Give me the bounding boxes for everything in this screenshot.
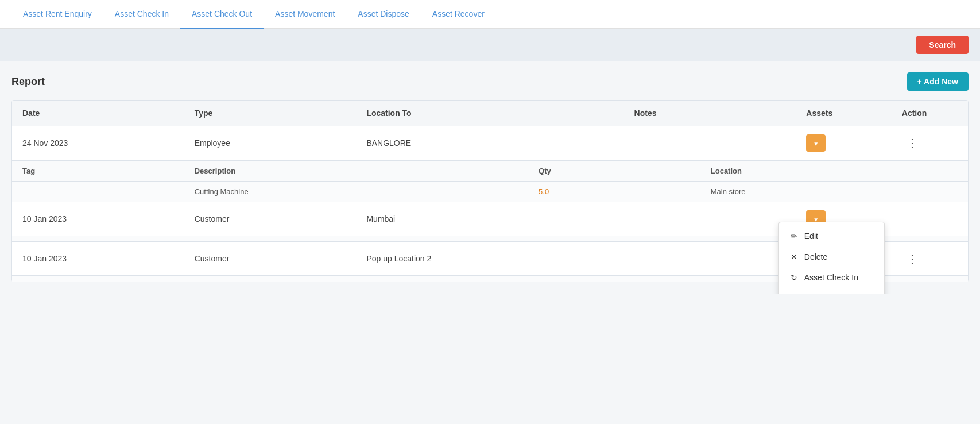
sub-header-row: Tag Description Qty Location	[12, 161, 968, 182]
cell-date-3: 10 Jan 2023	[12, 242, 184, 276]
context-menu-delete[interactable]: ✕ Delete	[779, 246, 884, 267]
cell-date-2: 10 Jan 2023	[12, 202, 184, 236]
context-menu-edit-label: Edit	[804, 232, 818, 241]
add-new-button[interactable]: + Add New	[907, 72, 969, 91]
main-table: Date Type Location To Notes Assets Actio…	[12, 101, 968, 282]
col-header-location: Location To	[356, 101, 623, 126]
cell-action-3: ⋮	[892, 242, 968, 276]
cell-type-2: Customer	[184, 202, 357, 236]
col-header-type: Type	[184, 101, 357, 126]
context-menu-assets-delivered[interactable]: ✓ Assets Delivered	[779, 288, 884, 294]
sub-table-row-1: Tag Description Qty Location Cutting Mac…	[12, 160, 968, 202]
top-navigation: Asset Rent Enquiry Asset Check In Asset …	[0, 0, 980, 29]
cell-action-2: ✏ Edit ✕ Delete ↻ Asset Check In	[892, 202, 968, 236]
cell-notes-1	[624, 126, 796, 160]
delete-icon: ✕	[789, 252, 799, 261]
cell-type-1: Employee	[184, 126, 357, 160]
sub-col-location: Location	[700, 161, 968, 182]
data-table-container: Date Type Location To Notes Assets Actio…	[11, 100, 969, 282]
cell-notes-3	[624, 242, 796, 276]
tab-asset-recover[interactable]: Asset Recover	[421, 0, 496, 29]
cell-notes-2	[624, 202, 796, 236]
report-title: Report	[11, 76, 45, 88]
context-menu-edit[interactable]: ✏ Edit	[779, 226, 884, 246]
search-button[interactable]: Search	[916, 36, 969, 54]
col-header-notes: Notes	[624, 101, 796, 126]
sub-col-description: Description	[184, 161, 528, 182]
sub-cell-desc-1: Cutting Machine	[184, 182, 528, 202]
content-area: Report + Add New Date Type Location To N…	[0, 61, 980, 294]
cell-assets-1	[796, 126, 892, 160]
edit-icon: ✏	[789, 232, 799, 241]
tab-asset-check-in[interactable]: Asset Check In	[103, 0, 180, 29]
context-menu-asset-check-in[interactable]: ↻ Asset Check In	[779, 267, 884, 288]
col-header-assets: Assets	[796, 101, 892, 126]
table-row: 24 Nov 2023 Employee BANGLORE ⋮	[12, 126, 968, 160]
tab-asset-movement[interactable]: Asset Movement	[264, 0, 346, 29]
cell-location-2: Mumbai	[356, 202, 623, 236]
table-row: 10 Jan 2023 Customer Mumbai ✏	[12, 202, 968, 236]
cell-action-1: ⋮	[892, 126, 968, 160]
cell-location-1: BANGLORE	[356, 126, 623, 160]
col-header-date: Date	[12, 101, 184, 126]
col-header-action: Action	[892, 101, 968, 126]
cell-type-3: Customer	[184, 242, 357, 276]
tab-asset-check-out[interactable]: Asset Check Out	[180, 0, 264, 29]
report-header: Report + Add New	[11, 72, 969, 91]
context-menu-asset-check-in-label: Asset Check In	[804, 273, 858, 282]
asset-check-in-icon: ↻	[789, 273, 799, 282]
action-dots-3[interactable]: ⋮	[902, 252, 924, 265]
context-menu: ✏ Edit ✕ Delete ↻ Asset Check In	[778, 222, 885, 294]
tab-asset-rent-enquiry[interactable]: Asset Rent Enquiry	[11, 0, 103, 29]
context-menu-delete-label: Delete	[804, 252, 827, 261]
assets-dropdown-button-1[interactable]	[806, 134, 826, 152]
sub-col-qty: Qty	[528, 161, 700, 182]
cell-date-1: 24 Nov 2023	[12, 126, 184, 160]
cell-location-3: Pop up Location 2	[356, 242, 623, 276]
sub-data-row-1: Cutting Machine 5.0 Main store	[12, 182, 968, 202]
tab-asset-dispose[interactable]: Asset Dispose	[346, 0, 420, 29]
search-bar: Search	[0, 29, 980, 61]
sub-col-tag: Tag	[12, 161, 184, 182]
sub-cell-tag-1	[12, 182, 184, 202]
sub-cell-qty-1: 5.0	[528, 182, 700, 202]
action-dots-1[interactable]: ⋮	[902, 136, 924, 150]
sub-table-1: Tag Description Qty Location Cutting Mac…	[12, 160, 968, 202]
sub-cell-loc-1: Main store	[700, 182, 968, 202]
table-header-row: Date Type Location To Notes Assets Actio…	[12, 101, 968, 126]
